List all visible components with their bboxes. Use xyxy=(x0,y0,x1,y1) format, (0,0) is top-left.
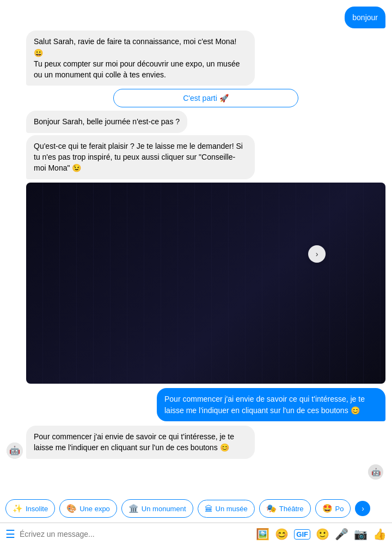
qr-theatre[interactable]: 🎭 Théâtre xyxy=(259,499,311,518)
input-action-icons: 🖼️ 😊 GIF 🙂 🎤 📷 👍 xyxy=(256,528,387,541)
chat-area: bonjour Salut Sarah, ravie de faire ta c… xyxy=(0,0,392,495)
camera-icon[interactable]: 📷 xyxy=(354,528,367,541)
input-bar: ☰ 🖼️ 😊 GIF 🙂 🎤 📷 👍 xyxy=(0,523,392,545)
emoji-icon[interactable]: 🙂 xyxy=(316,528,329,541)
qr-insolite[interactable]: ✨ Insolite xyxy=(5,499,55,518)
qr-label-theatre: Théâtre xyxy=(279,505,304,513)
quick-replies-scroll-right[interactable]: › xyxy=(355,501,370,516)
message-text: Salut Sarah, ravie de faire ta connaissa… xyxy=(34,37,240,79)
message-bubble: Salut Sarah, ravie de faire ta connaissa… xyxy=(26,31,255,86)
message-row: 🤖 Pour commencer j'ai envie de savoir ce… xyxy=(7,426,385,459)
carousel-next-button[interactable]: › xyxy=(308,245,326,263)
qr-label-monument: Un monument xyxy=(142,505,186,513)
menu-icon[interactable]: ☰ xyxy=(5,528,15,541)
card-image-2 xyxy=(320,183,385,330)
carousel-card-2: Montre-moi n Si tu as déjà e ici... xyxy=(319,183,385,384)
qr-label-musee: Un musée xyxy=(216,505,248,513)
cta-row: C'est parti 🚀 xyxy=(26,89,385,107)
qr-musee[interactable]: 🏛 Un musée xyxy=(198,500,255,518)
qr-monument[interactable]: 🏛️ Un monument xyxy=(121,499,193,518)
qr-label-more: Po xyxy=(335,505,344,513)
svg-text:🤖: 🤖 xyxy=(9,445,20,456)
gif-icon[interactable]: GIF xyxy=(294,529,310,540)
like-icon[interactable]: 👍 xyxy=(373,528,387,541)
message-text: Qu'est-ce qui te ferait plaisir ? Je te … xyxy=(34,142,243,173)
qr-label-insolite: Insolite xyxy=(26,505,48,513)
qr-label-expo: Une expo xyxy=(79,505,110,513)
message-bubble: bonjour xyxy=(345,7,385,28)
cta-button[interactable]: C'est parti 🚀 xyxy=(113,89,298,107)
qr-icon-musee: 🏛 xyxy=(205,504,213,513)
message-bubble: Qu'est-ce qui te ferait plaisir ? Je te … xyxy=(26,135,255,179)
sticker-icon[interactable]: 😊 xyxy=(275,528,289,541)
message-bubble: Pour commencer j'ai envie de savoir ce q… xyxy=(26,426,255,459)
qr-icon-more: 🤩 xyxy=(322,504,333,513)
message-input[interactable] xyxy=(20,530,252,538)
card-carousel: Conseille-moi 🔍 Je vais t'aider à trouve… xyxy=(26,183,385,384)
message-text: bonjour xyxy=(352,13,378,22)
qr-icon-expo: 🎨 xyxy=(66,504,77,513)
qr-icon-monument: 🏛️ xyxy=(128,504,139,513)
message-bubble: Pour commencer j'ai envie de savoir ce q… xyxy=(157,388,385,421)
image-icon[interactable]: 🖼️ xyxy=(256,528,270,541)
quick-replies-bar: ✨ Insolite 🎨 Une expo 🏛️ Un monument 🏛 U… xyxy=(0,495,392,523)
message-text: Bonjour Sarah, belle journée n'est-ce pa… xyxy=(34,117,180,126)
message-row: Salut Sarah, ravie de faire ta connaissa… xyxy=(7,31,385,86)
qr-more[interactable]: 🤩 Po xyxy=(315,499,351,518)
message-row: Pour commencer j'ai envie de savoir ce q… xyxy=(7,388,385,421)
message-text: Pour commencer j'ai envie de savoir ce q… xyxy=(34,432,234,452)
right-avatar: 🤖 xyxy=(368,464,383,480)
qr-icon-theatre: 🎭 xyxy=(266,504,277,513)
message-row: bonjour xyxy=(7,7,385,28)
message-row: Qu'est-ce qui te ferait plaisir ? Je te … xyxy=(7,135,385,179)
qr-icon-insolite: ✨ xyxy=(13,504,23,513)
message-bubble: Bonjour Sarah, belle journée n'est-ce pa… xyxy=(26,111,187,132)
bot-avatar: 🤖 xyxy=(7,443,23,459)
mic-icon[interactable]: 🎤 xyxy=(335,528,348,541)
message-row: Bonjour Sarah, belle journée n'est-ce pa… xyxy=(7,111,385,132)
qr-expo[interactable]: 🎨 Une expo xyxy=(59,499,117,518)
message-text: Pour commencer j'ai envie de savoir ce q… xyxy=(164,395,365,414)
